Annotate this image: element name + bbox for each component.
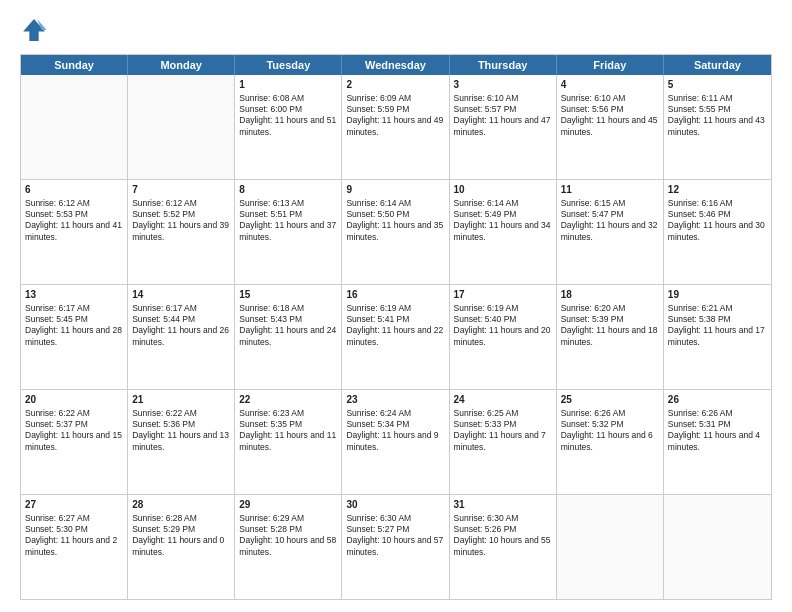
day-cell-27: 27Sunrise: 6:27 AMSunset: 5:30 PMDayligh… [21,495,128,599]
empty-cell [128,75,235,179]
sunset-text: Sunset: 5:44 PM [132,314,230,325]
daylight-text: Daylight: 11 hours and 7 minutes. [454,430,552,453]
daylight-text: Daylight: 11 hours and 51 minutes. [239,115,337,138]
day-number: 4 [561,78,659,92]
daylight-text: Daylight: 11 hours and 28 minutes. [25,325,123,348]
week-row-2: 6Sunrise: 6:12 AMSunset: 5:53 PMDaylight… [21,179,771,284]
daylight-text: Daylight: 11 hours and 45 minutes. [561,115,659,138]
sunset-text: Sunset: 5:32 PM [561,419,659,430]
sunset-text: Sunset: 5:46 PM [668,209,767,220]
day-number: 8 [239,183,337,197]
day-number: 14 [132,288,230,302]
day-number: 29 [239,498,337,512]
sunrise-text: Sunrise: 6:15 AM [561,198,659,209]
sunrise-text: Sunrise: 6:28 AM [132,513,230,524]
sunrise-text: Sunrise: 6:13 AM [239,198,337,209]
sunset-text: Sunset: 5:53 PM [25,209,123,220]
sunrise-text: Sunrise: 6:26 AM [668,408,767,419]
calendar-header: SundayMondayTuesdayWednesdayThursdayFrid… [21,55,771,75]
day-number: 17 [454,288,552,302]
week-row-5: 27Sunrise: 6:27 AMSunset: 5:30 PMDayligh… [21,494,771,599]
sunset-text: Sunset: 5:40 PM [454,314,552,325]
daylight-text: Daylight: 11 hours and 43 minutes. [668,115,767,138]
day-cell-26: 26Sunrise: 6:26 AMSunset: 5:31 PMDayligh… [664,390,771,494]
sunset-text: Sunset: 5:35 PM [239,419,337,430]
sunrise-text: Sunrise: 6:10 AM [561,93,659,104]
daylight-text: Daylight: 11 hours and 4 minutes. [668,430,767,453]
sunset-text: Sunset: 5:56 PM [561,104,659,115]
page: SundayMondayTuesdayWednesdayThursdayFrid… [0,0,792,612]
day-cell-18: 18Sunrise: 6:20 AMSunset: 5:39 PMDayligh… [557,285,664,389]
sunset-text: Sunset: 5:38 PM [668,314,767,325]
day-number: 3 [454,78,552,92]
day-cell-10: 10Sunrise: 6:14 AMSunset: 5:49 PMDayligh… [450,180,557,284]
day-cell-25: 25Sunrise: 6:26 AMSunset: 5:32 PMDayligh… [557,390,664,494]
sunrise-text: Sunrise: 6:08 AM [239,93,337,104]
header-day-saturday: Saturday [664,55,771,75]
sunset-text: Sunset: 5:55 PM [668,104,767,115]
sunset-text: Sunset: 5:31 PM [668,419,767,430]
day-number: 21 [132,393,230,407]
sunrise-text: Sunrise: 6:12 AM [132,198,230,209]
sunset-text: Sunset: 5:34 PM [346,419,444,430]
empty-cell [557,495,664,599]
day-cell-13: 13Sunrise: 6:17 AMSunset: 5:45 PMDayligh… [21,285,128,389]
sunset-text: Sunset: 5:49 PM [454,209,552,220]
empty-cell [21,75,128,179]
day-cell-15: 15Sunrise: 6:18 AMSunset: 5:43 PMDayligh… [235,285,342,389]
day-number: 27 [25,498,123,512]
daylight-text: Daylight: 11 hours and 35 minutes. [346,220,444,243]
daylight-text: Daylight: 10 hours and 55 minutes. [454,535,552,558]
day-cell-24: 24Sunrise: 6:25 AMSunset: 5:33 PMDayligh… [450,390,557,494]
day-number: 24 [454,393,552,407]
day-number: 13 [25,288,123,302]
svg-marker-0 [23,19,45,41]
daylight-text: Daylight: 10 hours and 57 minutes. [346,535,444,558]
sunset-text: Sunset: 5:50 PM [346,209,444,220]
empty-cell [664,495,771,599]
sunset-text: Sunset: 5:51 PM [239,209,337,220]
day-number: 6 [25,183,123,197]
sunset-text: Sunset: 5:30 PM [25,524,123,535]
day-cell-19: 19Sunrise: 6:21 AMSunset: 5:38 PMDayligh… [664,285,771,389]
daylight-text: Daylight: 11 hours and 6 minutes. [561,430,659,453]
sunrise-text: Sunrise: 6:29 AM [239,513,337,524]
sunset-text: Sunset: 5:28 PM [239,524,337,535]
day-cell-21: 21Sunrise: 6:22 AMSunset: 5:36 PMDayligh… [128,390,235,494]
day-cell-9: 9Sunrise: 6:14 AMSunset: 5:50 PMDaylight… [342,180,449,284]
sunrise-text: Sunrise: 6:18 AM [239,303,337,314]
sunrise-text: Sunrise: 6:25 AM [454,408,552,419]
day-cell-11: 11Sunrise: 6:15 AMSunset: 5:47 PMDayligh… [557,180,664,284]
day-cell-12: 12Sunrise: 6:16 AMSunset: 5:46 PMDayligh… [664,180,771,284]
sunrise-text: Sunrise: 6:30 AM [454,513,552,524]
header-day-tuesday: Tuesday [235,55,342,75]
sunrise-text: Sunrise: 6:14 AM [454,198,552,209]
sunrise-text: Sunrise: 6:17 AM [25,303,123,314]
day-cell-8: 8Sunrise: 6:13 AMSunset: 5:51 PMDaylight… [235,180,342,284]
header-day-thursday: Thursday [450,55,557,75]
week-row-1: 1Sunrise: 6:08 AMSunset: 6:00 PMDaylight… [21,75,771,179]
sunrise-text: Sunrise: 6:27 AM [25,513,123,524]
day-number: 19 [668,288,767,302]
day-cell-28: 28Sunrise: 6:28 AMSunset: 5:29 PMDayligh… [128,495,235,599]
sunset-text: Sunset: 5:41 PM [346,314,444,325]
day-cell-1: 1Sunrise: 6:08 AMSunset: 6:00 PMDaylight… [235,75,342,179]
daylight-text: Daylight: 11 hours and 30 minutes. [668,220,767,243]
day-number: 20 [25,393,123,407]
day-cell-23: 23Sunrise: 6:24 AMSunset: 5:34 PMDayligh… [342,390,449,494]
day-number: 25 [561,393,659,407]
daylight-text: Daylight: 11 hours and 9 minutes. [346,430,444,453]
sunrise-text: Sunrise: 6:24 AM [346,408,444,419]
sunset-text: Sunset: 6:00 PM [239,104,337,115]
sunrise-text: Sunrise: 6:14 AM [346,198,444,209]
day-cell-4: 4Sunrise: 6:10 AMSunset: 5:56 PMDaylight… [557,75,664,179]
day-number: 22 [239,393,337,407]
sunrise-text: Sunrise: 6:20 AM [561,303,659,314]
sunrise-text: Sunrise: 6:16 AM [668,198,767,209]
day-number: 16 [346,288,444,302]
day-number: 11 [561,183,659,197]
day-cell-7: 7Sunrise: 6:12 AMSunset: 5:52 PMDaylight… [128,180,235,284]
day-number: 28 [132,498,230,512]
sunrise-text: Sunrise: 6:11 AM [668,93,767,104]
day-number: 10 [454,183,552,197]
